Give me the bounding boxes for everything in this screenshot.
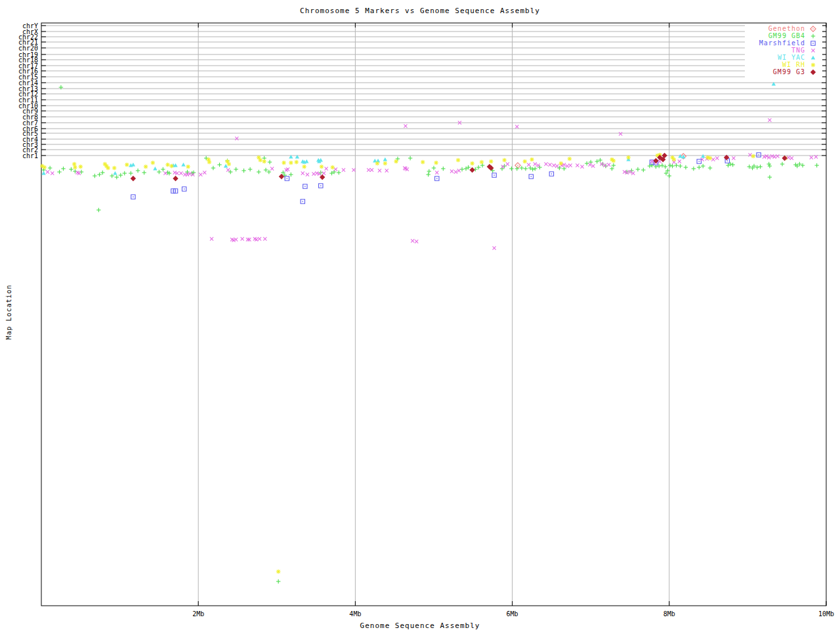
series-gm99-g3 — [131, 153, 788, 181]
legend-label: TNG — [791, 47, 805, 54]
data-point-x — [580, 165, 583, 168]
x-tick-label: 2Mb — [178, 610, 218, 618]
data-point-asterisk — [559, 161, 563, 165]
data-point-square-open — [435, 177, 439, 180]
data-point-plus — [692, 167, 696, 171]
data-point-asterisk — [282, 161, 285, 165]
data-point-square-open — [131, 195, 135, 199]
data-point-plus — [674, 163, 678, 167]
data-point-plus — [123, 171, 127, 175]
data-point-x — [322, 171, 326, 175]
data-point-square-open — [549, 172, 553, 176]
data-point-x — [619, 132, 622, 135]
data-point-x — [404, 124, 407, 127]
data-point-triangle-filled — [153, 167, 157, 171]
data-point-x — [569, 163, 572, 167]
data-point-x — [226, 168, 230, 171]
data-point-plus — [276, 579, 280, 583]
data-point-asterisk — [169, 164, 173, 168]
x-tick-label: 8Mb — [650, 610, 689, 618]
data-point-plus — [730, 163, 734, 167]
y-tick-label: chr20 — [2, 45, 38, 51]
data-point-x — [415, 240, 418, 243]
data-point-asterisk — [72, 162, 76, 166]
data-point-x — [576, 163, 579, 167]
data-point-square-open — [492, 173, 496, 177]
data-point-x — [787, 156, 790, 159]
data-point-plus — [641, 168, 645, 172]
data-point-x — [768, 118, 771, 121]
data-point-x — [312, 172, 315, 175]
data-point-plus — [636, 167, 640, 171]
data-point-asterisk — [258, 158, 262, 162]
data-point-asterisk — [489, 159, 493, 163]
data-point-asterisk — [421, 160, 425, 164]
data-point-asterisk — [568, 157, 572, 161]
data-point-x — [555, 164, 558, 167]
legend: GenethonGM99 GB4MarshfieldTNGWI YACWI RH… — [745, 24, 822, 77]
data-point-asterisk — [79, 165, 83, 169]
data-point-x — [258, 237, 261, 240]
data-point-asterisk — [227, 162, 231, 166]
data-point-x — [770, 154, 774, 158]
data-point-plus — [524, 167, 528, 171]
data-point-plus — [811, 33, 815, 37]
data-point-triangle-filled — [376, 159, 380, 163]
data-point-diamond-open — [515, 163, 520, 168]
data-point-plus — [480, 163, 484, 167]
chart-title: Chromosome 5 Markers vs Genome Sequence … — [0, 7, 840, 15]
data-point-asterisk — [672, 158, 676, 161]
data-point-plus — [426, 173, 430, 177]
data-point-x — [811, 49, 814, 52]
data-point-plus — [136, 169, 140, 173]
diamond-filled-legend-marker-icon — [809, 68, 817, 76]
data-point-plus — [562, 167, 566, 171]
data-point-asterisk — [375, 161, 379, 165]
data-point-plus — [814, 163, 818, 167]
data-point-asterisk — [125, 163, 129, 167]
data-point-plus — [264, 168, 268, 172]
data-point-plus — [766, 162, 770, 166]
data-point-plus — [129, 171, 133, 175]
data-point-plus — [697, 165, 701, 169]
legend-item-genethon: Genethon — [745, 25, 822, 32]
data-point-triangle-filled — [701, 154, 705, 158]
data-point-x — [631, 171, 635, 175]
data-point-x — [603, 163, 606, 167]
data-point-plus — [780, 162, 784, 166]
data-point-x — [501, 165, 505, 168]
data-point-x — [776, 154, 779, 158]
data-point-asterisk — [434, 161, 438, 165]
data-point-diamond-filled — [782, 156, 787, 161]
data-point-x — [552, 163, 555, 167]
y-axis-label: Map Location — [5, 276, 12, 348]
data-point-x — [235, 136, 238, 140]
data-point-plus — [100, 171, 104, 175]
data-point-asterisk — [43, 165, 47, 169]
data-point-x — [370, 168, 373, 171]
data-point-asterisk — [73, 165, 77, 169]
data-point-square-open — [757, 153, 761, 157]
legend-item-tng: TNG — [745, 47, 822, 54]
data-point-plus — [337, 171, 341, 175]
data-point-plus — [533, 167, 537, 171]
data-point-plus — [768, 164, 772, 168]
data-point-plus — [520, 166, 524, 170]
data-point-asterisk — [502, 158, 506, 162]
data-point-triangle-filled — [113, 171, 117, 175]
data-point-diamond-filled — [469, 167, 474, 173]
data-point-x — [493, 246, 496, 249]
data-point-asterisk — [456, 158, 460, 162]
data-point-asterisk — [144, 165, 148, 169]
data-point-triangle-filled — [383, 158, 387, 161]
data-point-x — [352, 168, 355, 171]
data-point-triangle-filled — [304, 159, 308, 163]
data-point-x — [301, 171, 304, 175]
x-tick-label: 10Mb — [807, 610, 840, 618]
data-point-x — [179, 171, 182, 175]
data-point-asterisk — [289, 161, 293, 165]
data-point-x — [241, 237, 244, 240]
data-point-x — [325, 167, 328, 170]
data-point-asterisk — [480, 160, 484, 164]
data-point-plus — [217, 163, 221, 167]
